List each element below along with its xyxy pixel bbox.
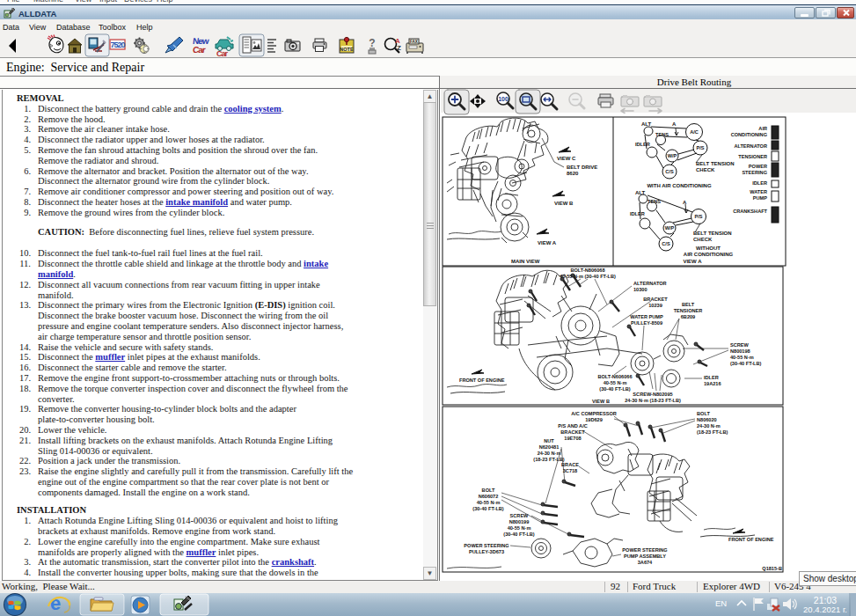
svg-text:POWER STEERING: POWER STEERING: [464, 543, 508, 548]
svg-text:(30-40 FT-LB): (30-40 FT-LB): [472, 506, 504, 511]
svg-text:NUT: NUT: [544, 438, 554, 444]
svg-text:Car: Car: [192, 45, 206, 55]
svg-text:SCREW: SCREW: [510, 513, 530, 518]
svg-text:40-55 N·m: 40-55 N·m: [604, 380, 627, 385]
svg-text:POWER: POWER: [749, 164, 767, 169]
svg-text:VIEW B: VIEW B: [554, 201, 574, 206]
svg-text:VIEW A: VIEW A: [683, 259, 702, 264]
svg-text:N606072: N606072: [479, 494, 499, 499]
svg-text:POWER STEERING: POWER STEERING: [622, 547, 667, 553]
svg-text:BOLT: BOLT: [482, 488, 495, 493]
svg-text:40-55 N·m (30-40 FT-LB): 40-55 N·m (30-40 FT-LB): [560, 274, 616, 279]
svg-text:STEERING: STEERING: [742, 170, 767, 175]
svg-text:BRACKET: BRACKET: [643, 297, 668, 302]
svg-text:IDLER: IDLER: [635, 142, 650, 147]
svg-text:ALT: ALT: [635, 190, 646, 195]
svg-text:BOLT-N806068: BOLT-N806068: [570, 268, 604, 273]
svg-text:A/C: A/C: [690, 129, 699, 135]
svg-text:IDLER: IDLER: [752, 180, 767, 186]
svg-text:24-30 N·m: 24-30 N·m: [697, 423, 721, 429]
svg-text:WATER PUMP: WATER PUMP: [630, 314, 663, 319]
svg-text:N800199: N800199: [509, 519, 530, 524]
svg-text:AIR: AIR: [758, 126, 767, 131]
svg-text:BOLT: BOLT: [697, 411, 710, 416]
svg-text:C/S: C/S: [665, 169, 674, 174]
svg-text:ALTERNATOR: ALTERNATOR: [734, 143, 767, 149]
svg-text:W/P: W/P: [665, 225, 675, 231]
svg-text:MAIN VIEW: MAIN VIEW: [511, 259, 540, 264]
svg-text:AIR CONDITIONING: AIR CONDITIONING: [684, 252, 734, 257]
svg-text:BELT TENSION: BELT TENSION: [696, 161, 735, 166]
svg-text:PUMP ASSEMBLY: PUMP ASSEMBLY: [624, 554, 666, 559]
svg-text:VIEW C: VIEW C: [557, 156, 576, 161]
svg-text:(18-23 FT-LB): (18-23 FT-LB): [697, 429, 728, 435]
svg-text:N800198: N800198: [730, 348, 750, 354]
svg-text:N806020: N806020: [697, 417, 717, 422]
svg-text:VIEW A: VIEW A: [538, 240, 557, 246]
svg-text:24-30 N·m: 24-30 N·m: [538, 451, 561, 456]
svg-text:40-55 N·m: 40-55 N·m: [730, 355, 754, 360]
svg-text:BRACE: BRACE: [561, 462, 579, 467]
svg-text:A: A: [672, 121, 677, 127]
svg-text:(30-40 FT-LB): (30-40 FT-LB): [503, 532, 535, 537]
svg-text:40-55 N·m: 40-55 N·m: [477, 500, 501, 505]
svg-text:19D629: 19D629: [585, 417, 603, 422]
svg-text:EN: EN: [715, 598, 727, 608]
svg-text:3C718: 3C718: [563, 468, 577, 473]
svg-text:20.4.2021 г.: 20.4.2021 г.: [803, 605, 847, 614]
svg-text:6B209: 6B209: [681, 314, 695, 319]
svg-text:3A674: 3A674: [638, 560, 653, 565]
svg-text:VIEW B: VIEW B: [592, 399, 610, 404]
svg-text:P/S: P/S: [696, 145, 704, 150]
svg-text:(30-40 FT-LB): (30-40 FT-LB): [599, 386, 631, 392]
svg-text:TENS: TENS: [647, 199, 661, 204]
svg-text:PUMP: PUMP: [753, 195, 767, 201]
svg-text:TENS: TENS: [655, 132, 669, 137]
svg-text:CHECK: CHECK: [693, 237, 713, 242]
svg-text:(18-23 FT-LB): (18-23 FT-LB): [533, 457, 565, 462]
svg-text:CONDITIONING: CONDITIONING: [731, 132, 767, 137]
svg-text:IDLER: IDLER: [704, 375, 719, 380]
svg-text:C/S: C/S: [662, 241, 670, 246]
svg-text:19A216: 19A216: [704, 381, 721, 386]
svg-text:?: ?: [369, 37, 375, 49]
svg-text:100: 100: [498, 96, 508, 102]
svg-text:7520: 7520: [110, 40, 125, 49]
svg-text:TENSIONER: TENSIONER: [738, 154, 767, 159]
svg-text:A/C COMPRESSOR: A/C COMPRESSOR: [571, 411, 617, 416]
svg-text:Car: Car: [216, 49, 229, 57]
svg-text:P/S: P/S: [694, 214, 702, 219]
svg-text:(30-40 FT-LB): (30-40 FT-LB): [730, 361, 762, 366]
svg-text:10300: 10300: [633, 287, 647, 292]
svg-text:19E708: 19E708: [564, 436, 581, 441]
svg-text:Z: Z: [397, 44, 401, 52]
svg-text:8620: 8620: [567, 171, 579, 176]
svg-text:SCREW-N802095: SCREW-N802095: [633, 392, 672, 397]
svg-text:ALTERNATOR: ALTERNATOR: [633, 281, 667, 286]
svg-text:BELT: BELT: [682, 302, 695, 307]
svg-text:WITHOUT: WITHOUT: [696, 246, 721, 251]
svg-text:PULLEY-8509: PULLEY-8509: [631, 320, 662, 326]
svg-text:SCREW: SCREW: [730, 342, 750, 348]
svg-text:W/P: W/P: [668, 153, 677, 158]
svg-text:FAX: FAX: [410, 40, 418, 44]
svg-text:P/S AND A/C: P/S AND A/C: [558, 423, 587, 429]
svg-text:FRONT OF ENGINE: FRONT OF ENGINE: [459, 378, 505, 383]
svg-text:ALT: ALT: [641, 121, 652, 127]
svg-text:24-30 N·m (18-23 FT-LB): 24-30 N·m (18-23 FT-LB): [625, 398, 681, 403]
svg-text:PULLEY-3D673: PULLEY-3D673: [469, 549, 504, 554]
svg-text:NOTE: NOTE: [340, 47, 354, 52]
svg-text:10239: 10239: [648, 303, 662, 308]
svg-text:40-55 N·m: 40-55 N·m: [508, 525, 531, 531]
svg-text:IDLER: IDLER: [630, 211, 645, 216]
svg-text:e: e: [50, 593, 61, 614]
svg-text:BOLT-N606066: BOLT-N606066: [597, 374, 632, 379]
svg-text:CHECK: CHECK: [696, 167, 715, 172]
svg-text:A: A: [683, 200, 687, 205]
svg-text:BRACKET: BRACKET: [560, 429, 585, 435]
svg-text:CRANKSHAFT: CRANKSHAFT: [733, 209, 767, 214]
svg-text:TENSIONER: TENSIONER: [674, 308, 703, 313]
svg-text:WITH AIR CONDITIONING: WITH AIR CONDITIONING: [647, 183, 711, 188]
svg-text:BELT DRIVE: BELT DRIVE: [567, 165, 597, 170]
svg-text:WATER: WATER: [750, 189, 767, 194]
